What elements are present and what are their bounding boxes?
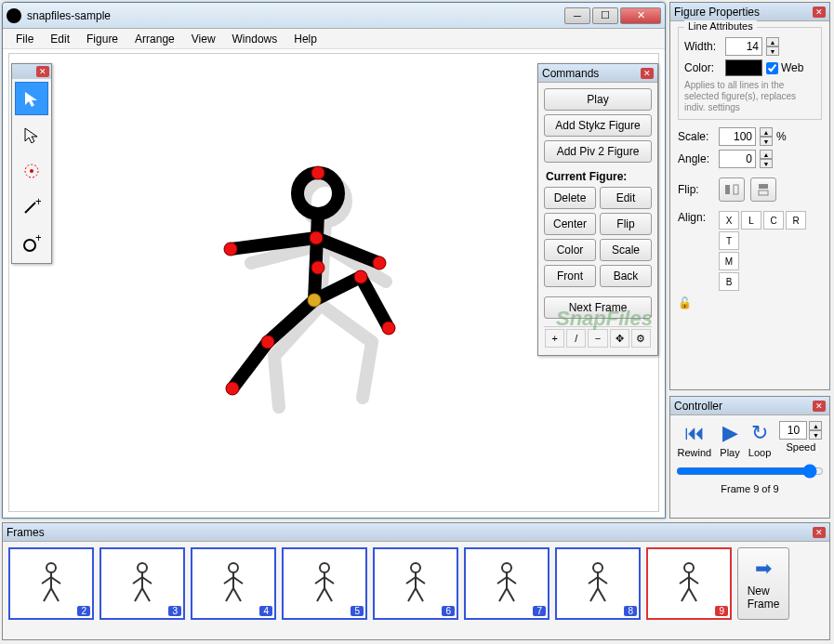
speed-control: ▲▼ Speed (779, 421, 822, 453)
menu-arrange[interactable]: Arrange (127, 31, 182, 47)
frame-thumb-6[interactable]: 6 (373, 547, 458, 620)
menu-file[interactable]: File (8, 31, 41, 47)
scale-button[interactable]: Scale (600, 239, 652, 261)
color-swatch[interactable] (725, 59, 762, 76)
loop-button[interactable]: ↻ Loop (748, 421, 771, 458)
frame-thumb-5[interactable]: 5 (282, 547, 367, 620)
menu-edit[interactable]: Edit (43, 31, 77, 47)
scale-spinner[interactable]: ▲▼ (760, 127, 773, 146)
main-titlebar[interactable]: snapfiles-sample ─ ☐ ✕ (3, 3, 665, 29)
controller-close-icon[interactable]: ✕ (813, 401, 826, 412)
speed-input[interactable] (779, 421, 807, 440)
web-checkbox[interactable]: Web (766, 61, 803, 74)
edit-button[interactable]: Edit (600, 187, 652, 209)
figprops-close-icon[interactable]: ✕ (813, 7, 826, 18)
svg-line-62 (406, 577, 416, 584)
align-middle-button[interactable]: M (719, 252, 739, 270)
iconbar-move-icon[interactable]: ✥ (610, 329, 629, 348)
color-button[interactable]: Color (544, 239, 596, 261)
commands-close-icon[interactable]: ✕ (641, 68, 654, 79)
figprops-titlebar[interactable]: Figure Properties ✕ (670, 3, 829, 21)
frames-close-icon[interactable]: ✕ (813, 527, 826, 538)
new-frame-button[interactable]: ➡NewFrame (737, 547, 789, 620)
flip-vertical-button[interactable] (750, 177, 776, 202)
tool-add-circle[interactable]: + (15, 227, 48, 260)
tool-target[interactable] (15, 154, 48, 188)
frames-titlebar[interactable]: Frames ✕ (3, 523, 829, 542)
back-button[interactable]: Back (600, 265, 652, 287)
frame-thumb-9[interactable]: 9 (646, 547, 732, 620)
menu-help[interactable]: Help (286, 31, 324, 47)
scale-input[interactable] (719, 127, 756, 146)
iconbar-edit-icon[interactable]: / (566, 329, 586, 348)
angle-input[interactable] (719, 150, 756, 168)
flip-horizontal-button[interactable] (719, 177, 745, 202)
stage-figure[interactable] (177, 156, 474, 435)
figure-properties-panel[interactable]: Figure Properties ✕ Line Attributes Widt… (669, 2, 830, 390)
window-title: snapfiles-sample (27, 9, 564, 22)
frame-slider[interactable] (676, 464, 824, 479)
commands-panel[interactable]: Commands ✕ Play Add Stykz Figure Add Piv… (537, 63, 658, 356)
iconbar-remove-icon[interactable]: − (588, 329, 607, 348)
menu-figure[interactable]: Figure (79, 31, 126, 47)
frame-thumb-3[interactable]: 3 (99, 547, 185, 620)
rewind-icon: ⏮ (684, 421, 705, 445)
svg-rect-34 (759, 184, 768, 189)
figprops-title: Figure Properties (674, 6, 813, 19)
next-frame-button[interactable]: Next Frame (544, 296, 652, 319)
align-left-button[interactable]: L (741, 211, 761, 230)
svg-point-21 (261, 335, 274, 348)
frame-thumb-2[interactable]: 2 (8, 547, 94, 620)
svg-line-63 (416, 577, 425, 584)
tool-palette[interactable]: ✕ + + (11, 63, 52, 264)
align-x-button[interactable]: X (719, 211, 739, 230)
commands-title: Commands (542, 67, 641, 80)
tool-palette-close-icon[interactable]: ✕ (36, 66, 49, 77)
center-button[interactable]: Center (544, 213, 596, 235)
web-checkbox-input[interactable] (766, 62, 778, 74)
menu-windows[interactable]: Windows (225, 31, 285, 47)
width-input[interactable] (725, 37, 762, 56)
svg-line-6 (321, 305, 372, 342)
iconbar-add-icon[interactable]: + (545, 329, 564, 348)
commands-titlebar[interactable]: Commands ✕ (538, 64, 657, 83)
controller-titlebar[interactable]: Controller ✕ (670, 397, 829, 415)
delete-button[interactable]: Delete (544, 187, 596, 209)
maximize-button[interactable]: ☐ (592, 7, 618, 24)
tool-select-hollow[interactable] (15, 118, 48, 151)
menu-view[interactable]: View (184, 31, 223, 47)
play-button[interactable]: Play (544, 88, 652, 111)
front-button[interactable]: Front (544, 265, 596, 287)
minimize-button[interactable]: ─ (564, 7, 590, 24)
frames-title: Frames (7, 526, 813, 539)
speed-spinner[interactable]: ▲▼ (809, 421, 822, 440)
controller-play-button[interactable]: ▶ Play (720, 421, 739, 458)
controller-panel[interactable]: Controller ✕ ⏮ Rewind ▶ Play ↻ Loop ▲▼ S… (669, 396, 830, 519)
frames-strip[interactable]: 23456789➡NewFrame (3, 542, 829, 625)
add-stykz-figure-button[interactable]: Add Stykz Figure (544, 114, 652, 137)
svg-text:+: + (35, 198, 41, 208)
align-bottom-button[interactable]: B (719, 272, 739, 291)
cursor-filled-icon (23, 90, 40, 107)
flip-button[interactable]: Flip (600, 213, 652, 235)
add-piv2-figure-button[interactable]: Add Piv 2 Figure (544, 140, 652, 163)
tool-select-filled[interactable] (15, 82, 48, 115)
lock-icon[interactable]: 🔓 (678, 296, 693, 311)
angle-spinner[interactable]: ▲▼ (760, 150, 773, 168)
close-button[interactable]: ✕ (620, 7, 661, 24)
rewind-button[interactable]: ⏮ Rewind (678, 421, 712, 458)
frame-thumb-4[interactable]: 4 (191, 547, 276, 620)
svg-point-66 (502, 563, 511, 572)
tool-add-line[interactable]: + (15, 191, 48, 224)
align-center-button[interactable]: C (763, 211, 784, 230)
frame-thumb-8[interactable]: 8 (555, 547, 641, 620)
iconbar-settings-icon[interactable]: ⚙ (631, 329, 651, 348)
scale-label: Scale: (678, 130, 715, 143)
svg-point-20 (308, 294, 321, 307)
align-top-button[interactable]: T (719, 231, 739, 250)
frame-thumb-7[interactable]: 7 (464, 547, 549, 620)
tool-palette-titlebar[interactable]: ✕ (12, 64, 51, 79)
width-spinner[interactable]: ▲▼ (766, 37, 779, 56)
align-right-button[interactable]: R (786, 211, 806, 230)
frames-panel[interactable]: Frames ✕ 23456789➡NewFrame (2, 522, 830, 640)
